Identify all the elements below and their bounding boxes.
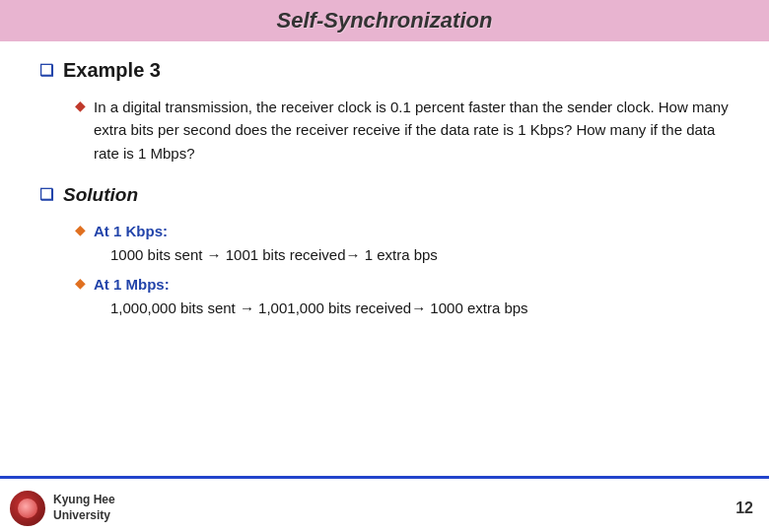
example-q-bullet: ❑ xyxy=(39,61,53,80)
solution-q-bullet: ❑ xyxy=(39,185,53,204)
at2-diamond-icon: ◆ xyxy=(75,275,86,291)
solution-section: ❑ Solution ◆ At 1 Kbps: 1000 bits sent →… xyxy=(39,184,730,317)
at1-bullet: ◆ At 1 Kbps: xyxy=(75,220,730,242)
at1-diamond-icon: ◆ xyxy=(75,222,86,237)
footer: Kyung Hee University 12 xyxy=(0,485,769,532)
solution-heading-label: Solution xyxy=(63,184,138,206)
page-number: 12 xyxy=(735,499,753,517)
university-name: Kyung Hee University xyxy=(53,493,115,523)
example-diamond-icon: ◆ xyxy=(75,98,86,113)
slide-container: Self-Synchronization ❑ Example 3 ◆ In a … xyxy=(0,0,769,532)
content-area: ❑ Example 3 ◆ In a digital transmission,… xyxy=(0,59,769,316)
example-body-text: In a digital transmission, the receiver … xyxy=(94,96,730,165)
university-logo-icon xyxy=(10,491,45,526)
at1-block: ◆ At 1 Kbps: 1000 bits sent → 1001 bits … xyxy=(75,220,730,263)
example-body-block: ◆ In a digital transmission, the receive… xyxy=(75,96,730,165)
at2-line: 1,000,000 bits sent → 1,001,000 bits rec… xyxy=(110,299,730,316)
footer-divider-line xyxy=(0,476,769,479)
at1-label: At 1 Kbps: xyxy=(94,220,168,242)
university-logo-inner xyxy=(18,499,37,518)
at2-bullet: ◆ At 1 Mbps: xyxy=(75,273,730,296)
example-bullet-item: ◆ In a digital transmission, the receive… xyxy=(75,96,730,165)
at2-label: At 1 Mbps: xyxy=(94,273,170,296)
footer-logo-area: Kyung Hee University xyxy=(10,491,115,526)
at2-block: ◆ At 1 Mbps: 1,000,000 bits sent → 1,001… xyxy=(75,273,730,316)
at1-line: 1000 bits sent → 1001 bits received→ 1 e… xyxy=(110,246,730,263)
example-heading-label: Example 3 xyxy=(63,59,161,82)
example-heading-row: ❑ Example 3 xyxy=(39,59,730,82)
solution-heading-row: ❑ Solution xyxy=(39,184,730,206)
title-bar: Self-Synchronization xyxy=(0,0,769,41)
slide-title: Self-Synchronization xyxy=(277,8,493,33)
